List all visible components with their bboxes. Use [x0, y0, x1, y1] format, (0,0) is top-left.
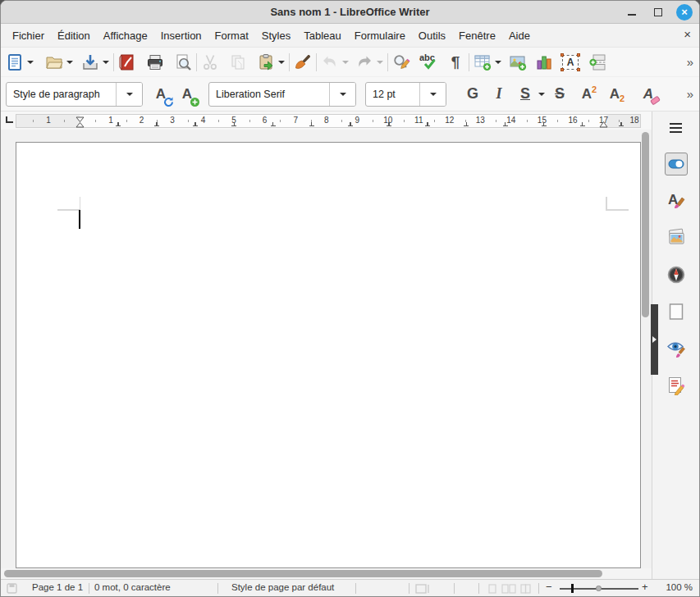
document-page[interactable] — [16, 142, 641, 568]
paste-button[interactable] — [255, 52, 277, 73]
close-button[interactable]: × — [676, 4, 693, 21]
maximize-button[interactable] — [650, 4, 666, 21]
ruler-number: 14 — [506, 116, 515, 125]
menu-item-1[interactable]: Édition — [51, 26, 97, 45]
menu-item-0[interactable]: Fichier — [6, 26, 51, 45]
print-button[interactable] — [144, 52, 166, 73]
menu-item-9[interactable]: Fenêtre — [452, 26, 502, 45]
ruler-tick — [95, 120, 96, 122]
paragraph-style-dropdown[interactable] — [116, 83, 142, 106]
insert-image-button[interactable] — [507, 52, 528, 73]
sidebar-tab-manage-changes[interactable] — [665, 374, 688, 397]
paragraph-style-combobox[interactable]: Style de paragraph — [6, 82, 143, 107]
word-count[interactable]: 0 mot, 0 caractère — [94, 582, 171, 592]
spelling-button[interactable]: abc — [418, 52, 439, 73]
vertical-scrollbar[interactable] — [642, 130, 649, 567]
redo-dropdown[interactable] — [375, 52, 385, 73]
update-style-button[interactable]: A — [149, 82, 172, 107]
toolbar-overflow-button[interactable]: » — [680, 87, 699, 101]
italic-button[interactable]: I — [487, 82, 510, 107]
page-icon — [666, 302, 686, 321]
paste-dropdown[interactable] — [277, 52, 286, 73]
find-replace-button[interactable] — [391, 52, 412, 73]
sidebar-settings-button[interactable] — [665, 116, 688, 139]
underline-button[interactable]: S — [514, 82, 537, 107]
zoom-in-button[interactable]: + — [642, 581, 648, 593]
insert-page-break-button[interactable] — [588, 52, 609, 73]
strikethrough-button[interactable]: S — [548, 82, 571, 107]
new-document-dropdown[interactable] — [25, 52, 35, 73]
font-size-combobox[interactable]: 12 pt — [365, 82, 446, 107]
page-info[interactable]: Page 1 de 1 — [32, 582, 83, 592]
undo-button[interactable] — [319, 52, 341, 73]
ruler-tab-stop — [116, 122, 121, 126]
sidebar-tab-page[interactable] — [665, 300, 688, 323]
insert-table-dropdown[interactable] — [493, 52, 503, 73]
vertical-scrollbar-thumb[interactable] — [642, 132, 649, 317]
menu-item-7[interactable]: Formulaire — [348, 26, 412, 45]
insert-chart-button[interactable] — [533, 52, 555, 73]
underline-dropdown[interactable] — [537, 84, 547, 105]
statusbar: Page 1 de 1 0 mot, 0 caractère Style de … — [1, 579, 699, 596]
horizontal-ruler[interactable]: 1123456789101112131415161718 — [16, 114, 641, 128]
copy-button[interactable] — [227, 52, 249, 73]
zoom-level[interactable]: 100 % — [666, 582, 693, 592]
insert-table-button[interactable] — [472, 52, 493, 73]
zoom-out-button[interactable]: − — [546, 581, 552, 593]
save-button[interactable] — [80, 52, 101, 73]
new-style-button[interactable]: A — [176, 82, 199, 107]
toolbar-overflow-button[interactable]: » — [680, 55, 699, 69]
undo-dropdown[interactable] — [341, 52, 350, 73]
sidebar-tab-style-inspector[interactable] — [665, 337, 688, 360]
horizontal-scrollbar[interactable] — [1, 568, 652, 579]
font-size-dropdown[interactable] — [419, 83, 446, 106]
menu-item-10[interactable]: Aide — [502, 26, 537, 45]
export-pdf-button[interactable] — [117, 52, 138, 73]
redo-button[interactable] — [354, 52, 375, 73]
print-preview-button[interactable] — [172, 52, 194, 73]
subscript-button[interactable]: A2 — [606, 82, 629, 107]
sidebar-tab-gallery[interactable] — [665, 226, 688, 248]
zoom-slider-handle[interactable] — [571, 584, 574, 593]
superscript-button[interactable]: A2 — [578, 82, 601, 107]
menu-item-6[interactable]: Tableau — [297, 26, 348, 45]
selection-mode-icon[interactable] — [415, 584, 430, 594]
minimize-button[interactable] — [624, 4, 640, 21]
sidebar-tab-navigator[interactable] — [665, 263, 688, 286]
sidebar-tab-styles[interactable]: A — [665, 189, 688, 212]
menu-item-5[interactable]: Styles — [255, 26, 297, 45]
formatting-marks-button[interactable]: ¶ — [445, 52, 466, 73]
clone-formatting-button[interactable] — [292, 52, 313, 73]
ruler-number: 4 — [201, 116, 206, 125]
menu-item-3[interactable]: Insertion — [154, 26, 208, 45]
horizontal-scrollbar-thumb[interactable] — [4, 570, 602, 577]
close-document-button[interactable]: × — [684, 28, 691, 40]
cut-button[interactable] — [199, 52, 221, 73]
open-dropdown[interactable] — [65, 52, 75, 73]
page-style[interactable]: Style de page par défaut — [231, 582, 334, 592]
save-dropdown[interactable] — [101, 52, 111, 73]
sidebar-tab-properties[interactable] — [665, 153, 688, 175]
indent-marker-right[interactable] — [599, 121, 608, 128]
copy-icon — [229, 53, 247, 71]
ruler-tick — [434, 120, 435, 122]
menu-item-4[interactable]: Format — [208, 26, 255, 45]
plus-icon — [190, 97, 200, 107]
menu-item-2[interactable]: Affichage — [97, 26, 154, 45]
redo-icon — [355, 53, 373, 71]
bold-button[interactable]: G — [461, 82, 484, 107]
strikethrough-label: S — [555, 85, 565, 103]
open-button[interactable] — [43, 52, 65, 73]
clear-formatting-button[interactable]: A — [637, 82, 660, 107]
font-name-combobox[interactable]: Liberation Serif — [208, 82, 356, 107]
sidebar-hide-button[interactable] — [651, 304, 658, 375]
indent-marker-left[interactable] — [75, 116, 85, 128]
menu-item-8[interactable]: Outils — [412, 26, 452, 45]
textbox-a-label: A — [567, 57, 574, 68]
font-name-dropdown[interactable] — [329, 83, 355, 106]
page-view-layout-icons[interactable] — [488, 584, 531, 594]
titlebar[interactable]: Sans nom 1 - LibreOffice Writer × — [1, 1, 699, 24]
insert-textbox-button[interactable]: A — [560, 52, 581, 73]
tab-stop-selector[interactable] — [4, 115, 15, 125]
new-document-button[interactable] — [4, 52, 25, 73]
